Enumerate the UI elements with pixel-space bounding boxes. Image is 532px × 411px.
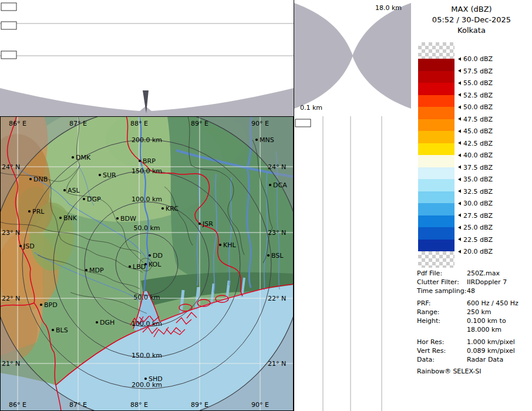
station-dot-icon: [19, 245, 22, 247]
radar-display-window: { "panels": { "legend": { "title": "MAX …: [0, 0, 532, 411]
scale-tick-text: 55.0 dBZ: [463, 79, 493, 87]
scale-tick-label: 50.0 dBZ: [458, 103, 493, 111]
info-row: Time sampling:48: [417, 287, 530, 295]
blind-zone-shade: [294, 3, 353, 109]
scale-tick-label: 35.0 dBZ: [458, 176, 493, 183]
scale-tick-text: 45.0 dBZ: [463, 127, 493, 135]
legend-info: Pdf File:250Z.maxClutter Filter:IIRDoppl…: [417, 269, 530, 376]
info-label: Hor Res:: [417, 338, 467, 346]
scale-tick-text: 32.5 dBZ: [463, 187, 493, 195]
longitude-label: 90° E: [251, 120, 269, 127]
station-dot-icon: [198, 223, 201, 225]
scale-tick-text: 52.5 dBZ: [463, 91, 493, 99]
station-dot-icon: [116, 217, 119, 220]
range-ring-label: 150.0 km: [132, 352, 162, 359]
brand-label: Rainbow® SELEX-SI: [417, 367, 530, 376]
station-dot-icon: [267, 254, 270, 257]
map-svg: 86° E86° E87° E87° E88° E88° E89° E89° E…: [0, 116, 294, 411]
info-row: Vert Res:0.089 km/pixel: [417, 346, 530, 355]
station-label: BDW: [120, 215, 136, 223]
station-dot-icon: [83, 198, 85, 200]
station-dot-icon: [29, 178, 32, 180]
info-row: Range:250 km: [417, 308, 530, 316]
axis-tick-box: [1, 3, 16, 11]
scale-tick-text: 42.5 dBZ: [463, 139, 493, 147]
station-dot-icon: [28, 210, 31, 213]
scale-color-box: [418, 83, 454, 95]
longitude-label: 86° E: [9, 120, 26, 127]
tick-arrow-icon: [458, 225, 461, 229]
info-label: PRF:: [417, 299, 467, 308]
legend-color-stack: [418, 59, 454, 251]
station-label: DCA: [273, 181, 287, 189]
station-label: BSL: [271, 252, 284, 260]
latitude-label: 22° N: [268, 295, 286, 302]
tick-arrow-icon: [458, 166, 461, 169]
scale-tick-label: 30.0 dBZ: [458, 200, 493, 207]
tick-arrow-icon: [458, 190, 461, 193]
longitude-label: 89° E: [191, 120, 208, 127]
station-label: BLS: [56, 326, 68, 334]
tick-arrow-icon: [458, 177, 461, 181]
latitude-label: 24° N: [2, 163, 20, 171]
scale-color-box: [418, 107, 454, 119]
latitude-label: 22° N: [2, 295, 20, 302]
side-cross-section-plot: [294, 0, 411, 411]
station-dot-icon: [59, 217, 62, 219]
scale-color-box: [418, 71, 454, 83]
map-panel: 86° E86° E87° E87° E88° E88° E89° E89° E…: [0, 116, 294, 411]
scale-tick-text: 30.0 dBZ: [463, 200, 493, 207]
axis-tick-box: [295, 119, 311, 127]
tick-arrow-icon: [458, 142, 461, 145]
station-dot-icon: [40, 304, 42, 306]
scale-tick-label: 20.0 dBZ: [458, 248, 493, 255]
info-label: Pdf File:: [417, 269, 467, 278]
station-label: DGP: [87, 196, 101, 203]
scale-color-box: [418, 227, 454, 240]
latitude-label: 21° N: [2, 360, 20, 368]
scale-tick-text: 20.0 dBZ: [463, 248, 493, 255]
station-label: BPD: [44, 301, 58, 309]
station-label: SHD: [149, 375, 163, 383]
longitude-label: 87° E: [69, 120, 87, 127]
range-ring-label: 200.0 km: [132, 136, 162, 144]
range-ring-label: 50.0 km: [133, 224, 160, 232]
station-dot-icon: [219, 244, 221, 246]
latitude-label: 23° N: [268, 229, 286, 237]
info-value: 0.100 km to: [467, 316, 530, 325]
info-label: Vert Res:: [417, 346, 467, 355]
latitude-label: 21° N: [268, 360, 286, 368]
info-row: 18.000 km: [417, 325, 530, 334]
latitude-label: 23° N: [2, 229, 20, 237]
legend-panel: MAX (dBZ) 05:52 / 30-Dec-2025 Kolkata 60…: [411, 0, 532, 411]
top-cross-section-plot: [0, 0, 294, 116]
scale-tick-label: 57.5 dBZ: [458, 67, 493, 75]
scale-tick-label: 47.5 dBZ: [458, 115, 493, 123]
scale-tick-label: 32.5 dBZ: [458, 187, 493, 195]
scale-color-box: [418, 155, 454, 167]
station-dot-icon: [149, 254, 151, 257]
station-label: KRC: [166, 205, 179, 213]
station-label: LBD: [133, 263, 146, 271]
scale-tick-label: 60.0 dBZ: [458, 55, 493, 63]
info-value: Radar Data: [467, 355, 530, 364]
station-label: JSR: [202, 220, 213, 228]
info-value: 250 km: [467, 308, 530, 316]
station-dot-icon: [96, 321, 98, 324]
tick-arrow-icon: [458, 153, 461, 157]
scale-overflow-top: [418, 42, 454, 59]
scale-tick-text: 37.5 dBZ: [463, 163, 493, 171]
tick-arrow-icon: [458, 214, 461, 217]
station-dot-icon: [144, 378, 147, 380]
station-label: MNS: [260, 136, 274, 144]
station-label: MDP: [89, 267, 104, 274]
axis-tick-box: [1, 51, 16, 59]
station-label: JSD: [23, 242, 35, 250]
scale-color-box: [418, 131, 454, 143]
info-value: IIRDoppler 7: [467, 278, 530, 287]
scale-tick-text: 40.0 dBZ: [463, 151, 493, 159]
info-row: Clutter Filter:IIRDoppler 7: [417, 278, 530, 287]
scale-tick-text: 35.0 dBZ: [463, 176, 493, 183]
info-row: PRF:600 Hz / 450 Hz: [417, 299, 530, 308]
scale-tick-label: 37.5 dBZ: [458, 163, 493, 171]
